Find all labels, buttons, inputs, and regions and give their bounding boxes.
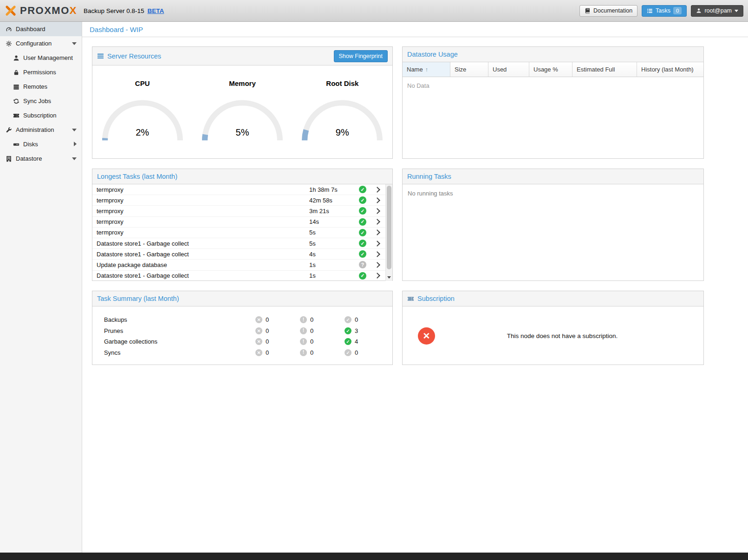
summary-label: Prunes: [104, 327, 255, 334]
sidebar-item-administration[interactable]: Administration: [0, 123, 82, 137]
sidebar-item-label: Administration: [16, 126, 54, 133]
task-row[interactable]: Datastore store1 - Garbage collect 1s: [92, 271, 392, 281]
error-count-icon: [255, 316, 262, 323]
sidebar-item-remotes[interactable]: Remotes: [0, 79, 82, 94]
ok-count: 0: [355, 316, 358, 323]
gauge-label: Root Disk: [326, 79, 358, 87]
chevron-right-icon[interactable]: [370, 188, 385, 192]
column-header-name[interactable]: Name ↑: [403, 62, 450, 77]
proxmox-backup-server-app: PROXMOX Backup Server 0.8-15 BETA Docume…: [0, 0, 748, 560]
dashboard-content: Server Resources Show Fingerprint CPU 2%: [82, 37, 748, 553]
task-status-icon: [359, 229, 366, 236]
warning-count: 0: [310, 316, 313, 323]
vertical-scrollbar[interactable]: [385, 184, 392, 281]
task-row[interactable]: termproxy 3m 21s: [92, 206, 392, 216]
gauge-label: CPU: [135, 79, 150, 87]
task-row[interactable]: Datastore store1 - Garbage collect 4s: [92, 249, 392, 260]
task-row[interactable]: termproxy 5s: [92, 228, 392, 238]
sidebar-item-permissions[interactable]: Permissions: [0, 65, 82, 79]
gauges: CPU 2% Memory: [92, 65, 392, 145]
chevron-right-icon[interactable]: [370, 220, 385, 224]
sidebar-item-label: User Management: [23, 54, 73, 61]
datastore-usage-panel: Datastore Usage Name ↑ Size Used Usage %…: [402, 46, 704, 159]
top-bar: PROXMOX Backup Server 0.8-15 BETA Docume…: [0, 0, 748, 22]
chevron-down-icon: [72, 157, 77, 160]
task-summary-body: Backups 0 0 0 Prunes 0 0 3 Garbage colle…: [92, 306, 392, 358]
ok-count: 3: [355, 327, 358, 334]
column-header-used[interactable]: Used: [488, 62, 529, 77]
sidebar-item-user-management[interactable]: User Management: [0, 51, 82, 65]
task-duration: 5s: [309, 229, 356, 236]
task-duration: 14s: [309, 218, 356, 225]
summary-row-backups: Backups 0 0 0: [92, 314, 392, 326]
task-row[interactable]: termproxy 1h 38m 7s: [92, 184, 392, 195]
datastore-table-header: Name ↑ Size Used Usage % Estimated Full …: [403, 62, 703, 77]
sidebar-item-configuration[interactable]: Configuration: [0, 36, 82, 51]
task-name: termproxy: [92, 186, 309, 193]
server-resources-icon: [97, 52, 104, 59]
wrench-icon: [6, 127, 12, 133]
documentation-button[interactable]: Documentation: [579, 5, 637, 17]
column-header-size[interactable]: Size: [450, 62, 488, 77]
chevron-right-icon[interactable]: [370, 241, 385, 246]
user-menu-button[interactable]: root@pam: [691, 5, 743, 17]
column-header-history[interactable]: History (last Month): [637, 62, 703, 77]
chevron-down-icon: [735, 10, 738, 12]
scrollbar-thumb[interactable]: [387, 186, 391, 269]
task-duration: 3m 21s: [309, 208, 356, 215]
sidebar-item-label: Dashboard: [16, 26, 46, 33]
user-icon: [13, 55, 20, 61]
building-icon: [6, 156, 12, 162]
chevron-right-icon[interactable]: [370, 273, 385, 278]
chevron-right-icon[interactable]: [370, 198, 385, 202]
chevron-right-icon[interactable]: [370, 230, 385, 234]
task-name: Datastore store1 - Garbage collect: [92, 251, 309, 258]
sidebar-item-label: Datastore: [16, 155, 42, 162]
sidebar-item-label: Configuration: [16, 40, 52, 47]
chevron-right-icon[interactable]: [370, 263, 385, 267]
sidebar-item-dashboard[interactable]: Dashboard: [0, 22, 82, 36]
book-icon: [585, 8, 591, 14]
column-header-estimated-full[interactable]: Estimated Full: [572, 62, 637, 77]
task-status-icon: [359, 261, 366, 268]
sidebar-item-disks[interactable]: Disks: [0, 137, 82, 151]
task-name: termproxy: [92, 208, 309, 215]
scrollbar-down-button[interactable]: [386, 274, 392, 281]
show-fingerprint-button[interactable]: Show Fingerprint: [334, 50, 388, 62]
sidebar-item-sync-jobs[interactable]: Sync Jobs: [0, 94, 82, 108]
column-header-usage-percent[interactable]: Usage %: [529, 62, 572, 77]
task-name: Datastore store1 - Garbage collect: [92, 272, 309, 279]
summary-label: Backups: [104, 316, 255, 323]
task-duration: 1s: [309, 272, 356, 279]
chevron-right-icon[interactable]: [370, 209, 385, 213]
task-row[interactable]: Update package database 1s: [92, 260, 392, 270]
lock-icon: [13, 69, 20, 76]
task-duration: 42m 58s: [309, 197, 356, 204]
warning-count: 0: [310, 349, 313, 356]
task-row[interactable]: termproxy 14s: [92, 217, 392, 228]
sidebar-item-subscription[interactable]: Subscription: [0, 108, 82, 123]
sort-ascending-icon: ↑: [425, 66, 428, 73]
task-row[interactable]: Datastore store1 - Garbage collect 5s: [92, 238, 392, 249]
beta-link[interactable]: BETA: [148, 7, 164, 14]
product-version-label: Backup Server 0.8-15: [84, 7, 144, 14]
error-count: 0: [266, 316, 269, 323]
main-area: Dashboard - WIP Server Resources Show Fi…: [82, 22, 748, 553]
sidebar-item-datastore[interactable]: Datastore: [0, 151, 82, 166]
task-duration: 1h 38m 7s: [309, 186, 356, 193]
running-tasks-panel: Running Tasks No running tasks: [402, 169, 704, 281]
datastore-usage-title: Datastore Usage: [407, 51, 458, 58]
error-count-icon: [255, 338, 262, 345]
warning-count: 0: [310, 327, 313, 334]
proxmox-logo: PROXMOX: [5, 5, 77, 17]
task-row[interactable]: termproxy 42m 58s: [92, 195, 392, 206]
tasks-button[interactable]: Tasks 0: [642, 5, 687, 17]
error-count-icon: [255, 349, 262, 356]
chevron-right-icon[interactable]: [370, 252, 385, 256]
warning-count-icon: [300, 316, 307, 323]
server-resources-header: Server Resources Show Fingerprint: [92, 47, 392, 65]
proxmox-x-icon: [5, 5, 17, 17]
page-title: Dashboard - WIP: [90, 26, 143, 33]
tasks-count-badge: 0: [673, 7, 682, 15]
no-subscription-icon: [418, 327, 435, 345]
